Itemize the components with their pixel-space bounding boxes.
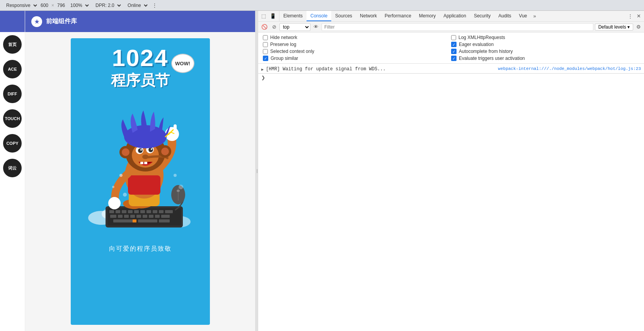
- eager-eval-checkbox-icon: ✓: [451, 42, 457, 47]
- evaluate-triggers-checkbox-icon: ✓: [451, 56, 457, 61]
- svg-rect-9: [128, 210, 133, 213]
- sidebar-item-copy[interactable]: COPY: [3, 134, 22, 153]
- svg-rect-36: [128, 175, 160, 195]
- tab-vue[interactable]: Vue: [515, 11, 531, 21]
- console-gear-button[interactable]: ⚙: [635, 24, 642, 30]
- devtools-right-icons: ⋮ ✕: [625, 11, 644, 21]
- context-select[interactable]: top: [279, 23, 310, 31]
- console-log-area: ▶ [HMR] Waiting for update signal from W…: [258, 64, 644, 331]
- svg-rect-28: [133, 219, 136, 222]
- app-content: WOW! 1024 程序员节: [25, 32, 255, 331]
- log-source-link[interactable]: webpack-internal:///./node_modules/webpa…: [498, 66, 641, 71]
- tab-elements[interactable]: Elements: [279, 11, 307, 21]
- sidebar-item-ace[interactable]: ACE: [3, 60, 22, 78]
- svg-rect-11: [140, 210, 145, 213]
- svg-rect-13: [153, 210, 157, 213]
- preserve-log-label: Preserve log: [270, 42, 296, 47]
- devtools-panel: ⬚ 📱 Elements Console Sources Network Per…: [258, 11, 644, 331]
- online-select[interactable]: Online: [124, 2, 149, 9]
- console-input-row: ❯: [258, 73, 644, 81]
- setting-hide-network: Hide network: [263, 35, 451, 40]
- sidebar-item-touch[interactable]: TOUCH: [3, 109, 22, 128]
- app-logo: ★: [31, 16, 42, 27]
- setting-preserve-log: Preserve log: [263, 42, 451, 47]
- sidebar-item-wordcloud[interactable]: 词云: [3, 159, 22, 177]
- svg-point-59: [123, 193, 127, 197]
- devtools-more-button[interactable]: ⋮: [626, 13, 634, 19]
- log-xhr-label: Log XMLHttpRequests: [458, 35, 505, 40]
- devtools-tabs-bar: ⬚ 📱 Elements Console Sources Network Per…: [258, 11, 644, 22]
- group-similar-checkbox-icon: ✓: [263, 56, 268, 61]
- svg-rect-15: [165, 210, 173, 213]
- eager-eval-label: Eager evaluation: [459, 42, 494, 47]
- svg-rect-16: [110, 215, 116, 218]
- svg-rect-26: [138, 219, 157, 222]
- svg-rect-18: [124, 215, 129, 218]
- autocomplete-history-label: Autocomplete from history: [459, 49, 513, 54]
- setting-log-xhr: Log XMLHttpRequests: [451, 35, 639, 40]
- console-settings-button[interactable]: ⊘: [271, 23, 278, 31]
- poster-wow-bubble: WOW!: [171, 54, 194, 73]
- log-xhr-checkbox[interactable]: [451, 35, 456, 40]
- svg-rect-8: [122, 210, 126, 213]
- tab-application[interactable]: Application: [440, 11, 470, 21]
- app-header: ★ 前端组件库: [25, 11, 255, 32]
- tabs-overflow-button[interactable]: »: [531, 11, 538, 21]
- sidebar-item-home[interactable]: 首页: [3, 35, 22, 54]
- svg-point-58: [112, 186, 114, 188]
- svg-point-61: [179, 185, 183, 189]
- svg-point-45: [138, 148, 143, 153]
- app-main: ★ 前端组件库 WOW! 1024 程序员节: [25, 11, 255, 331]
- svg-rect-23: [155, 215, 160, 218]
- tab-security[interactable]: Security: [470, 11, 494, 21]
- console-eye-button[interactable]: 👁: [312, 23, 320, 31]
- poster-container: WOW! 1024 程序员节: [71, 38, 210, 325]
- setting-eager-eval: ✓ Eager evaluation: [451, 42, 639, 47]
- svg-rect-7: [116, 210, 120, 213]
- svg-rect-39: [174, 124, 177, 133]
- responsive-select[interactable]: Responsive: [3, 2, 38, 9]
- tab-performance[interactable]: Performance: [381, 11, 415, 21]
- svg-point-48: [151, 148, 152, 150]
- log-levels-button[interactable]: Default levels ▾: [595, 24, 633, 31]
- tab-network[interactable]: Network: [356, 11, 381, 21]
- svg-rect-24: [161, 215, 170, 218]
- more-options-button[interactable]: ⋮: [151, 2, 158, 9]
- console-settings-bar: Hide network Preserve log Selected conte…: [258, 32, 644, 64]
- svg-point-53: [122, 148, 129, 156]
- filter-input[interactable]: [322, 23, 593, 31]
- devtools-close-button[interactable]: ✕: [635, 13, 642, 19]
- resize-handle[interactable]: [255, 11, 258, 331]
- svg-point-47: [140, 149, 142, 151]
- hide-network-label: Hide network: [270, 35, 297, 40]
- app-container: 首页 ACE DIFF TOUCH COPY 词云: [0, 11, 255, 331]
- settings-left-col: Hide network Preserve log Selected conte…: [263, 35, 451, 61]
- svg-point-40: [108, 197, 121, 209]
- evaluate-triggers-label: Evaluate triggers user activation: [459, 56, 525, 61]
- tab-console[interactable]: Console: [307, 11, 331, 21]
- hide-network-checkbox[interactable]: [263, 35, 268, 40]
- selected-context-checkbox[interactable]: [263, 49, 268, 54]
- svg-rect-51: [144, 162, 147, 164]
- dpr-select[interactable]: DPR: 2.0: [92, 2, 122, 9]
- console-input[interactable]: [267, 75, 641, 80]
- svg-rect-17: [118, 215, 123, 218]
- tab-memory[interactable]: Memory: [415, 11, 440, 21]
- tab-sources[interactable]: Sources: [331, 11, 356, 21]
- log-expand-icon[interactable]: ▶: [261, 67, 264, 72]
- svg-rect-12: [147, 210, 151, 213]
- poster-title: 1024: [112, 46, 169, 70]
- app-title: 前端组件库: [46, 17, 77, 25]
- svg-rect-50: [140, 162, 143, 164]
- settings-right-col: Log XMLHttpRequests ✓ Eager evaluation ✓…: [451, 35, 639, 61]
- clear-console-button[interactable]: 🚫: [260, 23, 269, 31]
- tab-audits[interactable]: Audits: [494, 11, 515, 21]
- sidebar-item-diff[interactable]: DIFF: [3, 85, 22, 103]
- devtools-left-icons: ⬚ 📱: [258, 11, 279, 21]
- group-similar-label: Group similar: [271, 56, 298, 61]
- browser-toolbar: Responsive 600 × 796 100% DPR: 2.0 Onlin…: [0, 0, 644, 11]
- preserve-log-checkbox[interactable]: [263, 42, 268, 47]
- device-toolbar-button[interactable]: 📱: [268, 13, 278, 19]
- inspect-element-button[interactable]: ⬚: [260, 13, 267, 19]
- zoom-select[interactable]: 100%: [67, 2, 90, 9]
